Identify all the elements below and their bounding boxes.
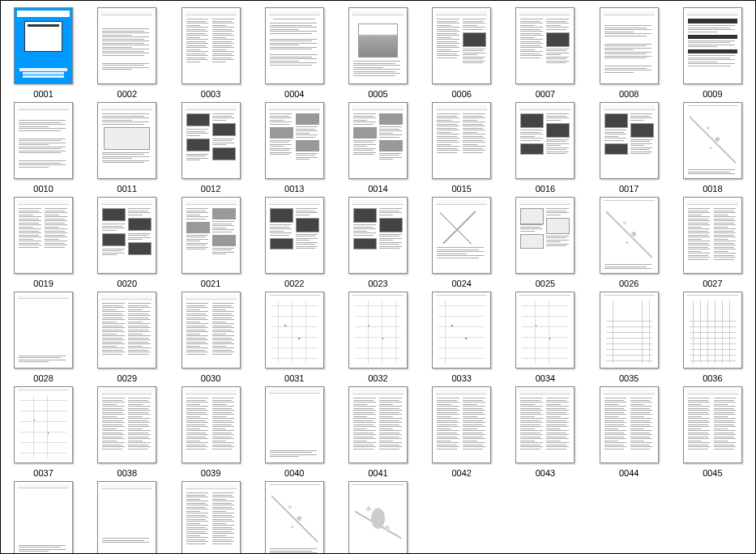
page-number-label: 0024 <box>451 279 471 288</box>
page-thumbnail[interactable] <box>182 481 241 554</box>
thumbnail-cell: 0043 <box>506 386 584 478</box>
page-thumbnail[interactable] <box>265 292 324 369</box>
thumbnail-cell: 0032 <box>339 292 417 383</box>
page-number-label: 0031 <box>284 373 304 383</box>
page-number-label: 0007 <box>536 89 555 99</box>
page-number-label: 0003 <box>201 89 220 99</box>
page-number-label: 0011 <box>117 184 137 194</box>
thumbnail-cell: 0048 <box>171 481 250 554</box>
thumbnail-cell: 0040 <box>255 386 334 478</box>
page-thumbnail[interactable] <box>432 7 491 84</box>
page-number-label: 0036 <box>703 373 722 383</box>
page-thumbnail[interactable] <box>348 102 408 179</box>
page-thumbnail[interactable] <box>348 481 408 554</box>
thumbnail-cell: 0036 <box>673 292 752 383</box>
page-thumbnail[interactable] <box>97 197 156 274</box>
thumbnail-cell: 0019 <box>4 197 83 288</box>
page-thumbnail[interactable] <box>14 7 73 84</box>
thumbnail-cell: 0018 <box>673 102 752 194</box>
thumbnail-cell: 0009 <box>673 7 752 99</box>
page-thumbnail[interactable] <box>265 197 324 274</box>
page-thumbnail[interactable] <box>265 386 324 463</box>
page-thumbnail[interactable] <box>348 292 408 369</box>
page-thumbnail[interactable] <box>432 102 491 179</box>
page-thumbnail[interactable] <box>600 292 659 369</box>
page-number-label: 0030 <box>201 373 220 383</box>
page-number-label: 0034 <box>536 373 555 383</box>
page-thumbnail[interactable] <box>14 197 73 274</box>
page-thumbnail[interactable] <box>97 386 156 463</box>
thumbnail-cell: 0017 <box>590 102 668 194</box>
page-thumbnail[interactable] <box>97 292 156 369</box>
page-number-label: 0015 <box>451 184 471 194</box>
page-number-label: 0041 <box>368 468 387 478</box>
thumbnail-cell: 0038 <box>88 386 166 478</box>
thumbnail-cell: 0024 <box>422 197 501 288</box>
thumbnail-cell: 0003 <box>171 7 250 99</box>
page-number-label: 0026 <box>619 279 639 288</box>
page-thumbnail[interactable] <box>14 292 73 369</box>
page-number-label: 0019 <box>33 279 53 288</box>
page-thumbnail[interactable] <box>600 386 659 463</box>
page-thumbnail[interactable] <box>265 481 324 554</box>
page-thumbnail[interactable] <box>515 386 574 463</box>
page-thumbnail[interactable] <box>265 7 324 84</box>
page-thumbnail[interactable] <box>265 102 324 179</box>
page-thumbnail[interactable] <box>515 102 574 179</box>
page-thumbnail[interactable] <box>683 7 742 84</box>
thumbnail-cell: 0022 <box>255 197 334 288</box>
page-number-label: 0017 <box>619 184 639 194</box>
page-number-label: 0012 <box>201 184 220 194</box>
page-thumbnail[interactable] <box>432 197 491 274</box>
page-number-label: 0008 <box>619 89 639 99</box>
thumbnail-cell: 0031 <box>255 292 334 383</box>
page-thumbnail[interactable] <box>683 292 742 369</box>
page-thumbnail[interactable] <box>683 102 742 179</box>
page-number-label: 0005 <box>368 89 387 99</box>
page-thumbnail[interactable] <box>97 7 156 84</box>
page-number-label: 0009 <box>703 89 722 99</box>
page-thumbnail[interactable] <box>97 102 156 179</box>
thumbnail-cell: 0047 <box>88 481 166 554</box>
page-number-label: 0044 <box>619 468 639 478</box>
page-thumbnail[interactable] <box>600 197 659 274</box>
page-number-label: 0002 <box>117 89 137 99</box>
page-thumbnail[interactable] <box>683 386 742 463</box>
page-thumbnail[interactable] <box>14 386 73 463</box>
page-number-label: 0001 <box>33 89 53 99</box>
page-thumbnail[interactable] <box>515 197 574 274</box>
page-number-label: 0014 <box>368 184 387 194</box>
page-thumbnail[interactable] <box>348 197 408 274</box>
page-thumbnail[interactable] <box>182 197 241 274</box>
page-thumbnail[interactable] <box>683 197 742 274</box>
thumbnail-cell: 0001 <box>4 7 83 99</box>
thumbnail-cell: 0049 <box>255 481 334 554</box>
page-number-label: 0020 <box>117 279 137 288</box>
page-thumbnail[interactable] <box>182 7 241 84</box>
page-number-label: 0018 <box>703 184 722 194</box>
page-thumbnail[interactable] <box>348 7 408 84</box>
page-number-label: 0004 <box>284 89 304 99</box>
page-thumbnail[interactable] <box>182 292 241 369</box>
page-number-label: 0006 <box>451 89 471 99</box>
thumbnail-cell: 0050 <box>339 481 417 554</box>
thumbnail-cell: 0039 <box>171 386 250 478</box>
thumbnail-cell: 0005 <box>339 7 417 99</box>
thumbnail-cell: 0007 <box>506 7 584 99</box>
page-number-label: 0023 <box>368 279 387 288</box>
page-thumbnail[interactable] <box>348 386 408 463</box>
page-thumbnail[interactable] <box>97 481 156 554</box>
thumbnail-cell: 0029 <box>88 292 166 383</box>
page-thumbnail[interactable] <box>14 481 73 554</box>
thumbnail-cell: 0021 <box>171 197 250 288</box>
page-thumbnail[interactable] <box>515 7 574 84</box>
page-thumbnail[interactable] <box>515 292 574 369</box>
page-thumbnail[interactable] <box>600 7 659 84</box>
page-thumbnail[interactable] <box>182 386 241 463</box>
page-thumbnail[interactable] <box>432 292 491 369</box>
page-thumbnail[interactable] <box>432 386 491 463</box>
thumbnail-cell: 0034 <box>506 292 584 383</box>
page-thumbnail[interactable] <box>14 102 73 179</box>
page-thumbnail[interactable] <box>182 102 241 179</box>
page-thumbnail[interactable] <box>600 102 659 179</box>
